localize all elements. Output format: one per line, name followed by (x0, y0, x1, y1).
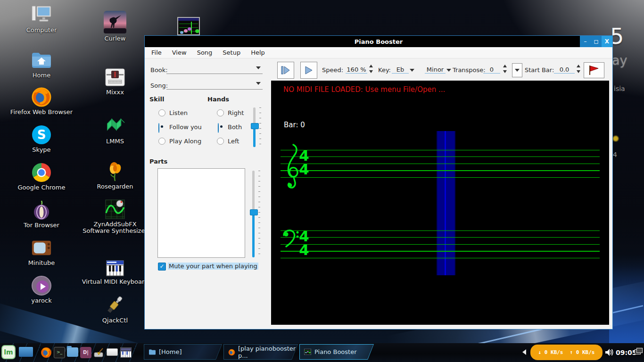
key-combobox-value[interactable]: Eb (392, 66, 409, 74)
tray-collapse-chevron-icon[interactable] (522, 349, 526, 355)
speed-spinbox-value[interactable]: 160 % (346, 66, 367, 74)
desktop-icon-virtual-midi-keyboard[interactable]: Virtual MIDI Keyboard (78, 259, 152, 285)
desktop-icon-google-chrome[interactable]: Google Chrome (5, 162, 78, 191)
taskbar-button-home[interactable]: [Home] (144, 344, 222, 360)
desktop-icon-minitube[interactable]: Minitube (5, 238, 78, 266)
chevron-down-icon[interactable] (446, 69, 451, 72)
computer-icon (31, 5, 52, 25)
desktop-icon-computer[interactable]: Computer (5, 5, 78, 33)
desktop-icon-lmms[interactable]: LMMS (78, 116, 152, 145)
play-from-start-button[interactable] (277, 62, 294, 79)
parts-volume-slider-handle[interactable] (250, 209, 258, 215)
pianobooster-window: Piano Booster – ◻ X File View Song Setup… (144, 35, 613, 329)
speed-spin-arrows[interactable] (368, 64, 374, 74)
launcher-sweeper-icon[interactable] (93, 347, 105, 358)
radio-left-hand-label[interactable]: Left (228, 138, 239, 145)
play-button[interactable] (300, 62, 317, 79)
song-combobox[interactable] (166, 80, 263, 90)
clock-widget-day-fragment: ay (612, 53, 627, 67)
taskbar-button-browser[interactable]: [play pianobooster p... (223, 344, 298, 360)
desktop-icon-firefox[interactable]: Firefox Web Browser (5, 87, 78, 115)
radio-follow-you[interactable] (158, 123, 159, 133)
desktop-icon-tor-browser[interactable]: Tor Browser (5, 200, 78, 229)
radio-listen-label[interactable]: Listen (169, 109, 188, 116)
mixxx-icon (105, 67, 125, 88)
parts-listbox[interactable] (157, 168, 245, 258)
desktop-icon-mixxx[interactable]: Mixxx (78, 67, 152, 96)
radio-both-hands[interactable] (218, 123, 219, 133)
hands-section-label: Hands (207, 96, 229, 103)
transpose-spin-arrows[interactable] (502, 64, 508, 74)
flag-button[interactable] (584, 62, 604, 78)
parts-volume-slider-fill (252, 211, 255, 257)
menu-view[interactable]: View (172, 49, 187, 56)
launcher-firefox-icon[interactable] (41, 347, 52, 358)
desktop-icon-label: Mixxx (106, 89, 124, 96)
curlew-icon (103, 10, 127, 34)
menu-song[interactable]: Song (197, 49, 213, 56)
transpose-dropdown-button[interactable] (512, 63, 522, 77)
no-midi-message: NO MIDI FILE LOADED: Use menu File/Open … (283, 85, 445, 94)
desktop-icon-label: yarock (31, 297, 51, 304)
radio-right-hand-label[interactable]: Right (228, 109, 244, 116)
parts-volume-slider-track[interactable] (252, 171, 255, 211)
yarock-icon (31, 275, 52, 296)
virtual-midi-keyboard-icon (105, 259, 125, 277)
desktop-icon-yarock[interactable]: yarock (5, 275, 78, 304)
launcher-notes-icon[interactable] (107, 348, 118, 356)
desktop-icon-label: Tor Browser (24, 222, 59, 229)
desktop-icon-pianobooster-thumbnail[interactable] (177, 17, 200, 35)
window-titlebar[interactable]: Piano Booster (145, 36, 612, 47)
desktop-icon-home[interactable]: Home (5, 50, 78, 79)
start-bar-spin-arrows[interactable] (576, 64, 582, 74)
show-desktop-icon[interactable] (19, 347, 33, 357)
song-label: Song: (150, 82, 168, 89)
launcher-devede-icon[interactable]: D| (80, 347, 91, 358)
firefox-icon (228, 349, 235, 355)
workspace-switcher-icon[interactable] (635, 349, 641, 354)
hands-balance-slider-handle[interactable] (251, 123, 259, 129)
desktop-icon-curlew[interactable]: Curlew (78, 10, 152, 42)
start-bar-spinbox-value[interactable]: 0.0 (554, 66, 575, 74)
launcher-file-manager-icon[interactable] (67, 347, 78, 357)
radio-play-along-label[interactable]: Play Along (169, 138, 201, 145)
volume-icon[interactable] (605, 348, 613, 358)
desktop-icon-zynaddsubfx[interactable]: ZynAddSubFX Software Synthesizer (78, 199, 152, 234)
net-upload-speed: ↑ 0 KB/s (570, 349, 595, 355)
key-label: Key: (378, 66, 391, 74)
mute-checkbox[interactable]: ✓ (158, 263, 166, 271)
radio-right-hand[interactable] (217, 109, 224, 116)
menu-file[interactable]: File (151, 49, 162, 56)
desktop-icon-rosegarden[interactable]: Rosegarden (78, 161, 152, 190)
radio-listen[interactable] (158, 109, 165, 116)
menu-setup[interactable]: Setup (223, 49, 240, 56)
desktop-icon-qjackctl[interactable]: QjackCtl (78, 293, 152, 324)
desktop-icon-label: Skype (32, 147, 50, 153)
radio-both-hands-label[interactable]: Both (228, 123, 242, 131)
radio-play-along[interactable] (158, 138, 165, 145)
network-speed-applet[interactable]: ↓ 0 KB/s ↑ 0 KB/s (530, 345, 603, 360)
hands-balance-slider-track[interactable] (253, 107, 256, 124)
desktop-icon-skype[interactable]: S Skype (5, 124, 78, 153)
transpose-spinbox-value[interactable]: 0 (483, 66, 500, 74)
radio-left-hand[interactable] (217, 138, 224, 145)
launcher-terminal-icon[interactable]: >_ (54, 347, 65, 358)
maximize-button[interactable]: ◻ (591, 36, 602, 47)
minimize-button[interactable]: – (580, 36, 591, 47)
taskbar-button-pianobooster[interactable]: Piano Booster (299, 344, 374, 360)
chevron-down-icon[interactable] (410, 69, 414, 72)
clock[interactable]: 09:05 (616, 349, 637, 356)
menu-help[interactable]: Help (251, 49, 265, 56)
mint-menu-icon[interactable]: lm (1, 345, 16, 359)
close-button[interactable]: X (602, 36, 612, 47)
mute-checkbox-label[interactable]: Mute your part when playing (168, 263, 258, 270)
desktop-icon-label: QjackCtl (102, 317, 128, 324)
chevron-down-icon (515, 69, 520, 72)
chevron-down-icon (256, 82, 261, 85)
desktop-icon-label: Virtual MIDI Keyboard (78, 279, 152, 285)
radio-follow-you-label[interactable]: Follow you (169, 123, 202, 131)
desktop-icon-label: Home (33, 72, 50, 79)
launcher-piano-icon[interactable] (120, 346, 132, 359)
book-combobox[interactable] (166, 64, 263, 74)
scale-combobox-value[interactable]: Minor (425, 66, 446, 74)
